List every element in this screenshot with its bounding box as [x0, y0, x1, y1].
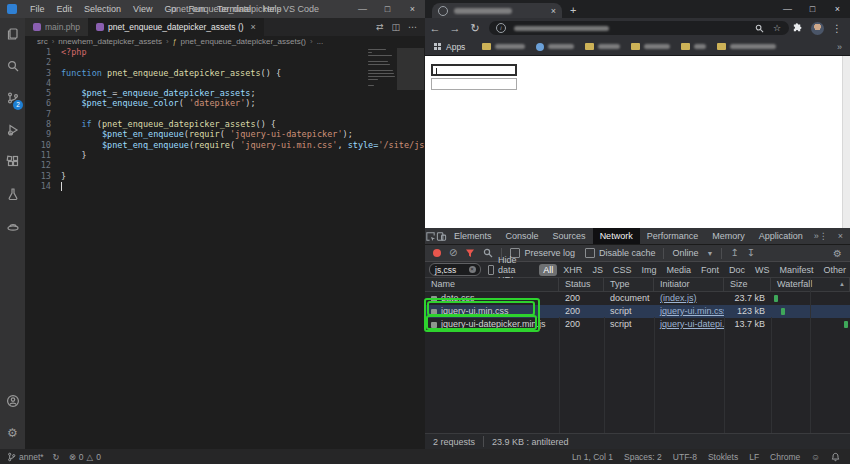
chrome-menu-icon[interactable]: ⋮ [832, 23, 842, 34]
column-header-status[interactable]: Status [559, 278, 604, 291]
editor-scrollbar-thumb[interactable] [397, 48, 424, 90]
devtools-close-icon[interactable]: × [838, 231, 843, 241]
zoom-icon[interactable] [755, 24, 764, 33]
devtools-tab-performance[interactable]: Performance [640, 228, 706, 244]
address-bar[interactable]: i ☆ [489, 21, 789, 35]
problems-item[interactable]: ⊗0 △0 [69, 452, 101, 462]
initiator-link[interactable]: jquery-ui.min.css [660, 306, 724, 316]
bookmarks-overflow-chevron[interactable]: » [837, 42, 850, 52]
search-icon[interactable] [0, 50, 25, 82]
toggle-device-toolbar-icon[interactable] [436, 228, 447, 245]
breadcrumb[interactable]: src›nnewhem_datepicker_assets›ƒpnet_enqu… [25, 36, 425, 47]
site-info-icon[interactable]: i [496, 23, 506, 33]
chrome-maximize-button[interactable]: □ [800, 0, 825, 18]
new-tab-button[interactable]: + [570, 3, 576, 18]
bookmark-item[interactable] [536, 43, 574, 51]
filter-pill-js[interactable]: JS [588, 264, 607, 276]
initiator-link[interactable]: jquery-ui-datepi... [660, 319, 724, 329]
more-actions-icon[interactable]: ⋯ [408, 22, 417, 32]
breadcrumb-item[interactable]: ... [317, 37, 324, 46]
column-header-type[interactable]: Type [604, 278, 654, 291]
network-settings-gear-icon[interactable]: ⚙ [833, 248, 850, 259]
menu-file[interactable]: File [24, 0, 51, 18]
extensions-puzzle-icon[interactable] [792, 23, 803, 34]
vscode-minimize-button[interactable]: — [350, 0, 375, 18]
filter-pill-media[interactable]: Media [662, 264, 695, 276]
status-item[interactable]: Chrome [770, 452, 800, 462]
minimap[interactable] [368, 49, 395, 88]
tab-close-icon[interactable]: × [551, 6, 556, 16]
explorer-icon[interactable] [0, 18, 25, 50]
status-item[interactable]: UTF-8 [673, 452, 697, 462]
record-icon[interactable] [433, 249, 441, 257]
initiator-link[interactable]: (index.js) [660, 293, 697, 303]
devtools-more-tabs-chevron[interactable]: » [810, 231, 819, 241]
column-header-size[interactable]: Size [724, 278, 771, 291]
date-input-focused[interactable] [431, 64, 517, 76]
vscode-maximize-button[interactable]: □ [375, 0, 400, 18]
breadcrumb-item[interactable]: nnewhem_datepicker_assets [58, 37, 162, 46]
disable-cache-checkbox[interactable]: Disable cache [585, 248, 656, 258]
filter-pill-ws[interactable]: WS [751, 264, 774, 276]
git-branch-item[interactable]: annet* [7, 452, 44, 462]
breadcrumb-item[interactable]: pnet_enqueue_datepicker_assets() [181, 37, 306, 46]
reload-icon[interactable]: ↻ [465, 22, 485, 35]
filter-pill-all[interactable]: All [539, 264, 557, 276]
throttling-dropdown-icon[interactable]: ▼ [706, 250, 713, 257]
chrome-minimize-button[interactable]: — [775, 0, 800, 18]
column-header-initiator[interactable]: Initiator [654, 278, 724, 291]
filter-input[interactable]: js,css × [429, 263, 481, 276]
sync-icon[interactable]: ↻ [53, 452, 60, 462]
menu-edit[interactable]: Edit [51, 0, 79, 18]
devtools-tab-network[interactable]: Network [593, 228, 640, 244]
extension-extra-icon[interactable] [0, 210, 25, 242]
run-debug-icon[interactable] [0, 114, 25, 146]
settings-gear-icon[interactable]: ⚙ [0, 417, 25, 449]
testing-icon[interactable] [0, 178, 25, 210]
notifications-bell-icon[interactable] [831, 452, 840, 462]
chrome-tab[interactable]: × [432, 3, 562, 18]
filter-pill-manifest[interactable]: Manifest [775, 264, 817, 276]
tab-close-icon[interactable]: × [251, 22, 256, 32]
filter-pill-css[interactable]: CSS [609, 264, 636, 276]
filter-pill-xhr[interactable]: XHR [559, 264, 586, 276]
status-item[interactable]: Stoklets [708, 452, 738, 462]
vscode-close-button[interactable]: × [400, 0, 425, 18]
devtools-tab-application[interactable]: Application [752, 228, 810, 244]
split-editor-icon[interactable]: ◫ [391, 22, 400, 32]
apps-grid-icon[interactable] [434, 43, 441, 50]
filter-pill-font[interactable]: Font [697, 264, 723, 276]
filter-pill-doc[interactable]: Doc [725, 264, 749, 276]
source-control-icon[interactable]: 2 [0, 82, 25, 114]
filter-clear-icon[interactable]: × [469, 266, 476, 273]
export-har-icon[interactable]: ↧ [747, 248, 755, 258]
sort-arrow-icon[interactable]: ▲ [839, 278, 845, 291]
menu-selection[interactable]: Selection [78, 0, 127, 18]
devtools-tab-memory[interactable]: Memory [705, 228, 752, 244]
page-scrollbar[interactable] [842, 56, 850, 228]
clear-icon[interactable]: ⊘ [449, 248, 457, 258]
editor-tab[interactable]: main.php [25, 18, 88, 36]
feedback-icon[interactable]: ☺ [811, 452, 820, 462]
column-header-name[interactable]: Name [425, 278, 559, 291]
status-item[interactable]: Spaces: 2 [624, 452, 662, 462]
bookmark-item[interactable] [681, 43, 706, 50]
back-icon[interactable]: ← [425, 22, 445, 34]
status-item[interactable]: LF [749, 452, 759, 462]
bookmark-star-icon[interactable]: ☆ [773, 23, 781, 33]
extensions-icon[interactable] [0, 146, 25, 178]
devtools-tab-sources[interactable]: Sources [546, 228, 593, 244]
status-item[interactable]: Ln 1, Col 1 [572, 452, 613, 462]
accounts-icon[interactable] [0, 385, 25, 417]
breadcrumb-item[interactable]: src [37, 37, 48, 46]
devtools-tab-console[interactable]: Console [499, 228, 546, 244]
profile-avatar[interactable] [811, 22, 824, 35]
import-har-icon[interactable]: ↥ [730, 248, 738, 258]
devtools-menu-icon[interactable]: ⋮ [819, 231, 828, 241]
devtools-tab-elements[interactable]: Elements [447, 228, 499, 244]
filter-pill-other[interactable]: Other [819, 264, 850, 276]
throttling-select[interactable]: Online [672, 248, 698, 258]
bookmark-item[interactable] [482, 43, 525, 50]
editor-tab[interactable]: pnet_enqueue_datepicker_assets ()× [88, 18, 264, 36]
inspect-element-icon[interactable] [425, 228, 436, 245]
